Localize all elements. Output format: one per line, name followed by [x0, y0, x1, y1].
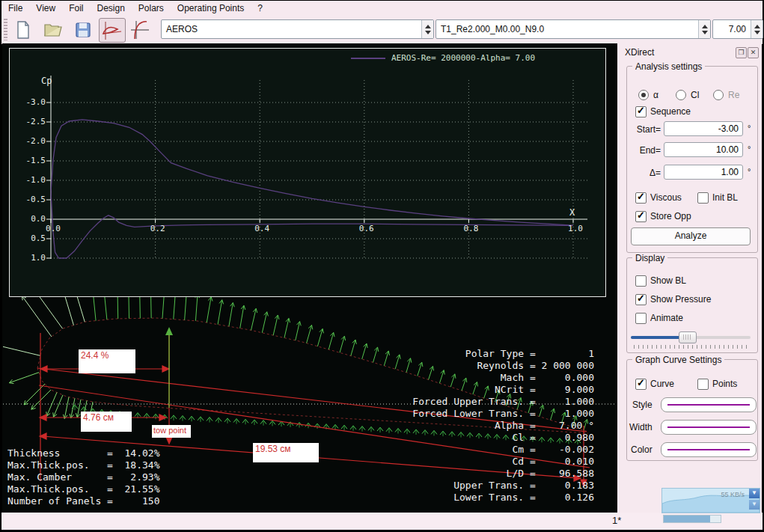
xflr5-window: FileViewFoilDesignPolarsOperating Points…: [0, 0, 764, 532]
float-panel-icon[interactable]: ❐: [736, 47, 747, 58]
opp-select-combo[interactable]: 7.00: [712, 19, 763, 39]
delta-field-label: Δ=: [623, 168, 661, 178]
delta-unit: °: [748, 167, 751, 176]
polar-view-button[interactable]: [127, 18, 153, 41]
toolbar: AEROS T1_Re2.000_M0.00_N9.0 7.00: [1, 16, 763, 44]
operating-point-stats: Polar Type = 1 Reynolds = 2 000 000 Mach…: [407, 348, 594, 504]
init-bl-checkbox[interactable]: [697, 192, 709, 204]
download-arrow-icon[interactable]: ▼: [749, 489, 760, 498]
y-tick-label: 0.5: [14, 233, 46, 243]
sequence-label: Sequence: [650, 106, 691, 117]
x-tick-label: 0.6: [355, 224, 378, 233]
start-field-label: Start=: [623, 124, 661, 135]
legend-line-swatch: [351, 58, 385, 59]
opp-view-button[interactable]: [99, 18, 126, 43]
cl-radio[interactable]: [676, 90, 686, 100]
y-tick-label: 0.0: [14, 214, 46, 224]
x-tick-label: 0.8: [459, 224, 482, 233]
init-bl-label: Init BL: [712, 192, 738, 203]
menu-foil[interactable]: Foil: [62, 1, 90, 15]
opp-select-spinner[interactable]: [751, 20, 763, 38]
cp-legend: AEROS-Re= 2000000-Alpha= 7.00: [351, 53, 535, 63]
menu-operating-points[interactable]: Operating Points: [171, 1, 251, 15]
points-label: Points: [712, 379, 737, 389]
polar-select-value: T1_Re2.000_M0.00_N9.0: [436, 24, 698, 34]
foil-select-combo[interactable]: AEROS: [161, 19, 434, 39]
animation-speed-slider[interactable]: [631, 331, 751, 342]
airfoil-cp-view-icon: [101, 20, 123, 41]
foil-select-value: AEROS: [162, 24, 421, 34]
curve-settings-title: Graph Curve Settings: [632, 355, 724, 365]
foil-pressure-view[interactable]: 24.4 % 4.76 см tow point 19.53 см Thickn…: [3, 297, 617, 512]
legend-text: AEROS-Re= 2000000-Alpha= 7.00: [391, 53, 535, 63]
delta-input[interactable]: [664, 165, 743, 180]
network-area-chart: [662, 489, 760, 513]
slider-handle[interactable]: [679, 331, 697, 343]
show-bl-checkbox[interactable]: [635, 275, 647, 287]
tow-point-label[interactable]: tow point: [152, 425, 191, 438]
analyze-button[interactable]: Analyze: [631, 227, 751, 245]
le-offset-label[interactable]: 4.76 см: [81, 412, 132, 432]
open-folder-icon: [43, 22, 63, 38]
animate-checkbox[interactable]: [635, 313, 647, 324]
curve-checkbox[interactable]: [635, 379, 647, 390]
new-file-button[interactable]: [10, 18, 36, 41]
viscous-checkbox[interactable]: [635, 192, 647, 204]
network-speed-label: 55 KB/s: [721, 491, 745, 498]
xdirect-panel: XDirect ❐ ✕ Analysis settings α Cl Re Se…: [617, 43, 762, 513]
re-radio-label: Re: [728, 90, 739, 100]
thickness-position-label[interactable]: 24.4 %: [79, 349, 135, 373]
x-tick-label: 0.2: [147, 224, 169, 233]
cp-plot[interactable]: AEROS-Re= 2000000-Alpha= 7.00 Cp X -3.0-…: [9, 48, 606, 297]
color-label: Color: [631, 444, 653, 455]
foil-geometry-stats: Thickness = 14.02% Max.Thick.pos. = 18.3…: [7, 447, 160, 507]
sequence-checkbox[interactable]: [635, 106, 647, 117]
close-panel-icon[interactable]: ✕: [748, 47, 759, 58]
store-opp-label: Store Opp: [650, 211, 691, 221]
polar-curve-icon: [129, 19, 151, 40]
show-pressure-checkbox[interactable]: [635, 294, 647, 305]
alpha-radio[interactable]: [638, 90, 649, 100]
menu-polars[interactable]: Polars: [132, 1, 171, 15]
y-tick-label: -1.0: [14, 175, 46, 185]
start-unit: °: [748, 123, 751, 132]
start-input[interactable]: [664, 121, 743, 136]
show-bl-label: Show BL: [650, 275, 686, 286]
x-tick-label: 0.0: [42, 224, 64, 233]
line-style-button[interactable]: [661, 397, 757, 412]
menu-design[interactable]: Design: [90, 1, 131, 15]
line-width-button[interactable]: [661, 420, 757, 435]
network-graph: 55 KB/s: [661, 488, 760, 513]
network-progress-bar: [663, 515, 721, 523]
chord-length-label[interactable]: 19.53 см: [253, 443, 319, 462]
end-unit: °: [748, 144, 751, 153]
analysis-settings-title: Analysis settings: [632, 61, 705, 72]
menu-bar: FileViewFoilDesignPolarsOperating Points…: [1, 1, 763, 16]
points-checkbox[interactable]: [697, 379, 709, 390]
foil-select-spinner[interactable]: [421, 20, 433, 38]
menu-file[interactable]: File: [1, 1, 29, 15]
y-tick-label: -3.0: [14, 97, 46, 107]
end-field-label: End=: [623, 145, 661, 156]
open-file-button[interactable]: [40, 18, 66, 41]
polar-select-combo[interactable]: T1_Re2.000_M0.00_N9.0: [436, 19, 711, 39]
menu-view[interactable]: View: [29, 1, 62, 15]
show-pressure-label: Show Pressure: [650, 294, 711, 305]
x-tick-label: 1.0: [564, 224, 587, 233]
menu--[interactable]: ?: [251, 1, 269, 15]
toolbar-drag-handle[interactable]: [4, 19, 7, 40]
status-bar: 1*: [1, 513, 763, 530]
end-input[interactable]: [664, 142, 743, 157]
cp-curve-upper_surface: [51, 120, 573, 225]
upload-arrow-icon[interactable]: ▼: [749, 500, 760, 510]
y-tick-label: -0.5: [14, 195, 46, 204]
save-button[interactable]: [70, 18, 96, 41]
store-opp-checkbox[interactable]: [635, 211, 647, 222]
panel-title: XDirect: [625, 47, 654, 58]
network-monitor-widget[interactable]: 55 KB/s ▼ ▼: [661, 488, 760, 525]
line-color-button[interactable]: [661, 442, 757, 457]
x-tick-label: 0.4: [251, 224, 273, 233]
polar-select-spinner[interactable]: [698, 20, 710, 38]
re-radio[interactable]: [713, 90, 724, 100]
style-label: Style: [632, 400, 653, 410]
